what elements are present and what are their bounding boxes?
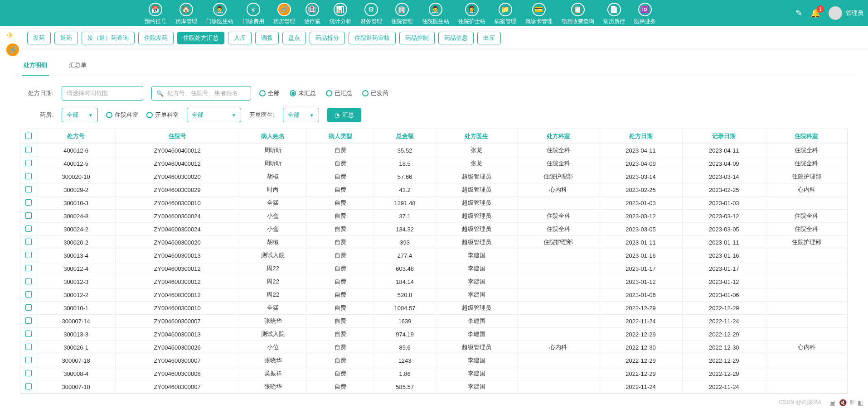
status-radio-已发药[interactable]: 已发药 [362, 89, 388, 97]
table-row[interactable]: 300010-3ZY004600300010全猛自费1291.48超级管理员20… [20, 197, 848, 210]
nav-item-统计分析[interactable]: 📊统计分析 [325, 1, 356, 25]
toolbar-btn-住院处方汇总[interactable]: 住院处方汇总 [177, 32, 224, 44]
nav-item-病历质控[interactable]: 📄病历质控 [599, 1, 630, 25]
nav-item-门诊费用[interactable]: ¥门诊费用 [238, 1, 269, 25]
checkbox[interactable] [25, 212, 32, 219]
table-row[interactable]: 400012-6ZY004600400012周听听自费35.52张龙住院全科20… [20, 144, 848, 157]
toolbar-btn-发（退）药查询[interactable]: 发（退）药查询 [82, 32, 135, 44]
table-row[interactable]: 300029-2ZY004600300029时尚自费43.2超级管理员心内科20… [20, 183, 848, 197]
table-row[interactable]: 300007-10ZY004600300007张晓华自费585.57李建国202… [20, 380, 848, 394]
summarize-button[interactable]: ◔ 汇总 [327, 108, 361, 122]
checkbox[interactable] [25, 186, 32, 192]
table-row[interactable]: 300012-3ZY004600300012周22自费184.14李建国2023… [20, 275, 848, 288]
checkbox[interactable] [25, 278, 32, 284]
nav-item-预约挂号[interactable]: 📅预约挂号 [140, 1, 171, 25]
checkbox[interactable] [25, 357, 32, 363]
toolbar-btn-药品控制[interactable]: 药品控制 [399, 32, 435, 44]
table-row[interactable]: 300020-2ZY004600300020胡椒自费393超级管理员住院护理部2… [20, 236, 848, 249]
date-range-input[interactable]: 请选择时间范围 [62, 86, 143, 101]
tab-处方明细[interactable]: 处方明细 [22, 57, 49, 76]
toolbar-btn-入库[interactable]: 入库 [228, 32, 252, 44]
checkbox[interactable] [25, 304, 32, 311]
edit-icon[interactable]: ✎ [795, 8, 802, 18]
nav-item-住院管理[interactable]: 🏢住院管理 [387, 1, 417, 25]
checkbox[interactable] [25, 317, 32, 324]
nav-icon: 🏥 [305, 3, 319, 16]
dept-radio-order[interactable]: 开单科室 [146, 111, 179, 119]
table-row[interactable]: 300007-18ZY004600300007张晓华自费1243李建国2022-… [20, 354, 848, 367]
col-病人姓名: 病人姓名 [239, 129, 307, 144]
nav-item-住院护士站[interactable]: 👩‍⚕️住院护士站 [454, 1, 490, 25]
checkbox[interactable] [25, 265, 32, 271]
checkbox[interactable] [25, 199, 32, 206]
sub-toolbar: ✈ 🔗 发药退药发（退）药查询住院发药住院处方汇总入库调拨盘点药品拆分住院退药审… [0, 26, 868, 48]
arrow-icon[interactable]: ✈ [6, 30, 19, 41]
nav-item-财务管理[interactable]: ⚙财务管理 [356, 1, 387, 25]
toolbar-btn-住院退药审核[interactable]: 住院退药审核 [349, 32, 396, 44]
table-row[interactable]: 300013-4ZY004600300013测试入院自费277.4李建国2023… [20, 249, 848, 262]
toolbar-btn-发药[interactable]: 发药 [27, 32, 51, 44]
col-处方科室: 处方科室 [517, 129, 599, 144]
nav-item-药库管理[interactable]: 🏠药库管理 [171, 1, 202, 25]
link-icon[interactable]: 🔗 [6, 43, 19, 56]
pharmacy-select[interactable]: 全部▼ [62, 108, 98, 122]
table-row[interactable]: 300012-4ZY004600300012周22自费603.48李建国2023… [20, 262, 848, 275]
nav-right: ✎ 🔔1 管理员 [795, 6, 863, 20]
toolbar-btn-药品信息[interactable]: 药品信息 [438, 32, 474, 44]
user-block[interactable]: 管理员 [829, 6, 863, 20]
checkbox-all[interactable] [25, 133, 32, 139]
nav-item-药房管理[interactable]: 🔗药房管理 [269, 1, 300, 25]
table-row[interactable]: 300007-14ZY004600300007张晓华自费1639李建国2022-… [20, 315, 848, 328]
checkbox[interactable] [25, 383, 32, 389]
nav-item-就诊卡管理[interactable]: 💳就诊卡管理 [521, 1, 557, 25]
checkbox[interactable] [25, 291, 32, 298]
status-radios: 全部未汇总已汇总已发药 [259, 89, 388, 97]
search-input[interactable]: 🔍 处方号、住院号、患者姓名 [151, 86, 251, 101]
toolbar-btn-退药[interactable]: 退药 [54, 32, 78, 44]
table-row[interactable]: 300024-2ZY004600300024小盒自费134.32超级管理员住院全… [20, 223, 848, 236]
toolbar-btn-出库[interactable]: 出库 [477, 32, 501, 44]
checkbox[interactable] [25, 252, 32, 258]
dept-select[interactable]: 全部▼ [187, 108, 241, 122]
checkbox[interactable] [25, 239, 32, 245]
bell-icon[interactable]: 🔔1 [810, 8, 820, 18]
checkbox[interactable] [25, 173, 32, 179]
checkbox[interactable] [25, 147, 32, 153]
status-radio-未汇总[interactable]: 未汇总 [290, 89, 316, 97]
table-row[interactable]: 300024-8ZY004600300024小盒自费37.1超级管理员住院全科2… [20, 210, 848, 223]
table-row[interactable]: 300020-10ZY004600300020胡椒自费57.66超级管理员住院护… [20, 170, 848, 183]
checkbox[interactable] [25, 370, 32, 376]
nav-item-门诊医生站[interactable]: 👨‍⚕️门诊医生站 [202, 1, 238, 25]
radio-icon [259, 90, 266, 96]
doctor-select[interactable]: 全部▼ [283, 108, 319, 122]
nav-item-医保业务[interactable]: 🆔医保业务 [630, 1, 660, 25]
chevron-down-icon: ▼ [232, 113, 236, 118]
dept-radio-inpatient[interactable]: 住院科室 [106, 111, 138, 119]
top-nav: 📅预约挂号🏠药库管理👨‍⚕️门诊医生站¥门诊费用🔗药房管理🏥治疗室📊统计分析⚙财… [0, 0, 868, 26]
table-row[interactable]: 300012-2ZY004600300012周22自费520.8李建国2023-… [20, 288, 848, 302]
toolbar-btn-药品拆分[interactable]: 药品拆分 [310, 32, 345, 44]
nav-item-病案管理[interactable]: 📁病案管理 [490, 1, 521, 25]
tab-汇总单[interactable]: 汇总单 [67, 57, 88, 76]
table-row[interactable]: 300013-3ZY004600300013测试入院自费974.19李建国202… [20, 328, 848, 341]
table-row[interactable]: 300008-4ZY004600300008吴振祥自费1.86李建国2022-1… [20, 367, 848, 380]
status-radio-已汇总[interactable]: 已汇总 [326, 89, 352, 97]
nav-item-项目收费查询[interactable]: 📋项目收费查询 [557, 1, 599, 25]
table-row[interactable]: 300010-1ZY004600300010全猛自费1004.57超级管理员20… [20, 302, 848, 315]
nav-icon: ¥ [247, 3, 260, 16]
toolbar-btn-住院发药[interactable]: 住院发药 [138, 32, 174, 44]
status-radio-全部[interactable]: 全部 [259, 89, 280, 97]
col-住院号: 住院号 [115, 129, 239, 144]
nav-item-住院医生站[interactable]: 👨‍⚕️住院医生站 [417, 1, 454, 25]
col-记录日期: 记录日期 [682, 129, 766, 144]
table-row[interactable]: 300026-1ZY004600300026小位自费89.6超级管理员心内科20… [20, 341, 848, 354]
checkbox[interactable] [25, 160, 32, 166]
toolbar-btn-调拨[interactable]: 调拨 [255, 32, 279, 44]
col-处方号: 处方号 [37, 129, 115, 144]
checkbox[interactable] [25, 226, 32, 232]
toolbar-btn-盘点[interactable]: 盘点 [282, 32, 306, 44]
checkbox[interactable] [25, 344, 32, 350]
nav-item-治疗室[interactable]: 🏥治疗室 [300, 1, 325, 25]
table-row[interactable]: 400012-5ZY004600400012周听听自费18.5张龙住院全科202… [20, 157, 848, 170]
checkbox[interactable] [25, 331, 32, 337]
